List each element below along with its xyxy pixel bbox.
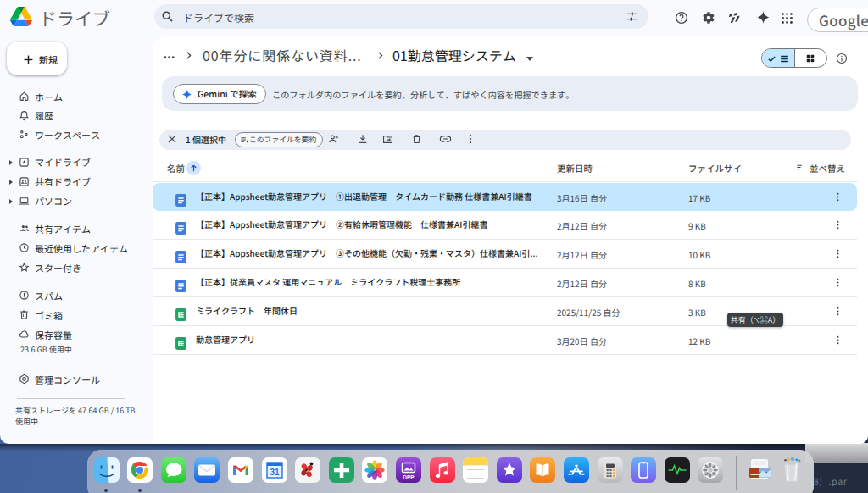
svg-text:DPP: DPP	[403, 474, 415, 480]
svg-text:31: 31	[270, 468, 280, 477]
